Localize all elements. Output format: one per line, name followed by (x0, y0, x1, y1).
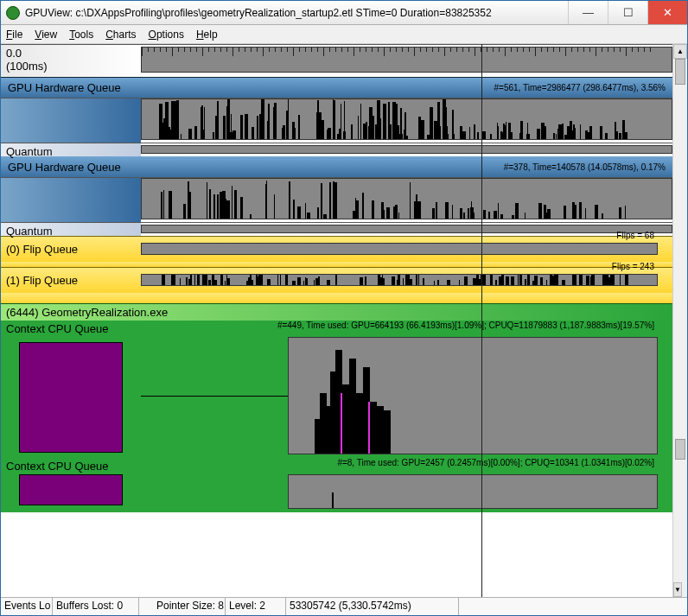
ruler-label: 0.0 (100ms) (1, 45, 141, 77)
ctx2-track[interactable] (141, 474, 658, 512)
process-section: (6444) GeometryRealization.exe Context C… (1, 303, 672, 512)
gpu-queue-1-quantum: Quantum (1, 143, 672, 156)
window-title: GPUView: c:\DXAppsProfiling\profiles\geo… (25, 7, 568, 19)
scroll-down-button[interactable]: ▼ (673, 582, 682, 597)
status-pos: 53305742 (5,330.5742ms) (286, 598, 459, 615)
ctx1-label: Context CPU Queue (1, 321, 141, 337)
gpu-queue-1-header: GPU Hardware Queue #=561, Time=2986477 (… (1, 77, 672, 98)
status-ptr: Pointer Size: 8 (139, 598, 226, 615)
status-level: Level: 2 (226, 598, 286, 615)
status-buffers: Buffers Lost: 0 (53, 598, 139, 615)
title-bar[interactable]: GPUView: c:\DXAppsProfiling\profiles\geo… (1, 1, 687, 25)
ctx2-label: Context CPU Queue (1, 458, 141, 474)
ruler-start: 0.0 (6, 47, 136, 60)
ctx1-stats: #=449, Time used: GPU=664193 (66.4193ms)… (141, 321, 658, 330)
app-window: GPUView: c:\DXAppsProfiling\profiles\geo… (0, 0, 688, 616)
gpu-queue-2-header: GPU Hardware Queue #=378, Time=140578 (1… (1, 156, 672, 177)
gpu-queue-1-track[interactable] (1, 98, 672, 143)
gpu-queue-2-stats: #=378, Time=140578 (14.0578ms), 0.17% (504, 162, 666, 172)
gpu-queue-2-quantum: Quantum (1, 222, 672, 236)
app-icon (6, 6, 20, 20)
ruler-body[interactable] (141, 45, 672, 77)
scroll-thumb-top[interactable] (675, 59, 685, 85)
menu-options[interactable]: Options (149, 29, 184, 41)
maximize-button[interactable] (608, 1, 647, 24)
menu-bar: File View Tools Charts Options Help (1, 25, 687, 44)
gpu-queue-2-track[interactable] (1, 177, 672, 222)
flip-queue-0[interactable]: (0) Flip Queue Flips = 68 (1, 236, 672, 262)
menu-tools[interactable]: Tools (69, 29, 93, 41)
ctx1-preview[interactable] (19, 342, 123, 453)
scroll-up-button[interactable]: ▲ (673, 44, 687, 59)
status-events: Events Lo (1, 598, 53, 615)
menu-view[interactable]: View (35, 29, 57, 41)
menu-file[interactable]: File (6, 29, 22, 41)
menu-help[interactable]: Help (196, 29, 218, 41)
flip1-stats: Flips = 243 (612, 262, 654, 271)
scroll-thumb-mid[interactable] (675, 439, 685, 460)
ruler-row: 0.0 (100ms) (1, 44, 672, 77)
close-button[interactable] (647, 1, 687, 24)
gpu-queue-2-title: GPU Hardware Queue (8, 161, 121, 174)
flip-queue-1[interactable]: (1) Flip Queue Flips = 243 (1, 267, 672, 293)
vertical-scrollbar[interactable]: ▲ ▼ (672, 44, 687, 597)
window-buttons (568, 1, 687, 24)
minimize-button[interactable] (568, 1, 608, 24)
process-title: (6444) GeometryRealization.exe (1, 304, 672, 321)
gpu-queue-1-title: GPU Hardware Queue (8, 81, 121, 94)
status-spacer (459, 598, 687, 615)
ctx1-track[interactable] (141, 337, 658, 458)
ctx2-stats: #=8, Time used: GPU=2457 (0.2457ms)[0.00… (141, 458, 658, 467)
timeline-lanes[interactable]: 0.0 (100ms) GPU Hardware Queue #=561, Ti… (1, 44, 672, 597)
ctx2-preview[interactable] (19, 474, 123, 505)
menu-charts[interactable]: Charts (105, 29, 136, 41)
gpu-queue-1-stats: #=561, Time=2986477 (298.6477ms), 3.56% (494, 83, 666, 92)
content-area: 0.0 (100ms) GPU Hardware Queue #=561, Ti… (1, 44, 687, 597)
ruler-gran: (100ms) (6, 60, 136, 73)
flip0-stats: Flips = 68 (616, 231, 654, 240)
status-bar: Events Lo Buffers Lost: 0 Pointer Size: … (1, 597, 687, 615)
